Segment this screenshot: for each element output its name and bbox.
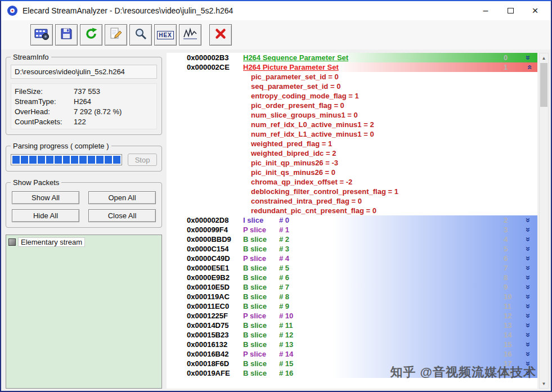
refresh-button[interactable] — [80, 24, 102, 46]
close-file-button[interactable] — [209, 24, 232, 46]
packet-index: 7 — [504, 263, 523, 273]
packet-index: 10 — [504, 292, 523, 301]
packet-row-slice[interactable]: 0x0000E5E1B slice# 57» — [167, 263, 537, 273]
stop-button[interactable]: Stop — [128, 154, 157, 166]
chevron-down-icon[interactable]: » — [523, 254, 534, 263]
packet-row-slice[interactable]: 0x00016132B slice# 1315» — [167, 340, 537, 349]
chevron-down-icon[interactable]: » — [523, 263, 534, 273]
edit-button[interactable] — [105, 24, 127, 46]
field-name: weighted_bipred_idc — [251, 149, 324, 157]
close-all-button[interactable]: Close All — [88, 209, 156, 222]
packet-type-label: H264 Picture Parameter Set — [243, 62, 339, 72]
slice-number: # 7 — [279, 282, 305, 292]
maximize-button[interactable] — [498, 2, 523, 19]
pps-field-row: pic_init_qs_minus26 = 0 — [251, 168, 537, 177]
close-button[interactable]: × — [523, 2, 547, 19]
hex-view-button[interactable]: HEX — [154, 24, 177, 46]
chevron-down-icon[interactable]: » — [523, 292, 534, 301]
packet-row-pps[interactable]: 0x000002CEH264 Picture Parameter Set1» — [167, 62, 537, 72]
chevron-down-icon[interactable]: » — [523, 340, 534, 349]
packet-row-slice[interactable]: 0x0000E9B2B slice# 68» — [167, 273, 537, 282]
chevron-down-icon[interactable]: » — [523, 53, 534, 62]
packet-row-slice[interactable]: 0x00011EC0B slice# 911» — [167, 301, 537, 311]
refresh-icon — [84, 27, 98, 43]
chevron-down-icon[interactable]: » — [523, 301, 534, 311]
open-all-button[interactable]: Open All — [88, 191, 156, 204]
progress-segment — [71, 156, 78, 164]
pps-field-row: seq_parameter_set_id = 0 — [251, 82, 537, 91]
chevron-up-icon[interactable]: » — [523, 62, 534, 72]
field-value: 0 — [336, 82, 340, 91]
slice-number: # 12 — [279, 330, 305, 340]
packet-row-slice[interactable]: 0x0000C154B slice# 35» — [167, 244, 537, 254]
scrollbar-thumb[interactable] — [540, 63, 547, 107]
field-name: weighted_pred_flag — [251, 139, 320, 148]
scroll-down-icon[interactable]: ▼ — [540, 379, 548, 388]
pps-field-row: deblocking_filter_control_present_flag =… — [251, 187, 537, 196]
packet-address: 0x00016B42 — [187, 349, 243, 359]
show-packets-group: Show Packets Show AllOpen AllHide AllClo… — [6, 178, 162, 228]
slice-number: # 16 — [279, 368, 305, 378]
progress-segment — [29, 156, 37, 164]
slice-type-label: B slice — [243, 301, 279, 311]
pps-field-row: chroma_qp_index_offset = -2 — [251, 177, 537, 187]
close-icon — [214, 28, 227, 42]
scrollbar-track[interactable] — [540, 107, 548, 379]
packet-row-slice[interactable]: 0x00015B23B slice# 1214» — [167, 330, 537, 340]
slice-type-label: P slice — [243, 254, 279, 263]
chevron-down-icon[interactable]: » — [523, 244, 534, 254]
slice-type-label: B slice — [243, 340, 279, 349]
chevron-down-icon[interactable]: » — [523, 282, 534, 292]
search-button[interactable] — [129, 24, 152, 46]
packet-row-slice[interactable]: 0x00014D75B slice# 1113» — [167, 321, 537, 330]
chart-button[interactable] — [179, 24, 201, 46]
info-label: CountPackets: — [15, 118, 74, 126]
hide-all-button[interactable]: Hide All — [12, 209, 79, 222]
packet-row-slice[interactable]: 0x00016B42P slice# 1416» — [167, 349, 537, 359]
packet-row-slice[interactable]: 0x0000BBD9B slice# 24» — [167, 235, 537, 244]
chevron-down-icon[interactable]: » — [523, 349, 534, 359]
chevron-down-icon[interactable]: » — [523, 215, 534, 225]
save-button[interactable] — [55, 24, 78, 46]
slice-number: # 14 — [279, 349, 305, 359]
packet-row-slice[interactable]: 0x000119ACB slice# 810» — [167, 292, 537, 301]
vertical-scrollbar[interactable]: ▲ ▼ — [539, 53, 549, 389]
slice-type-label: B slice — [243, 330, 279, 340]
packet-row-sps[interactable]: 0x000002B3H264 Sequence Parameter Set0» — [167, 53, 537, 62]
packet-address: 0x000002CE — [187, 62, 243, 72]
packet-row-slice[interactable]: 0x000099F4P slice# 13» — [167, 225, 537, 235]
packet-index: 13 — [504, 321, 523, 330]
chevron-down-icon[interactable]: » — [523, 368, 534, 378]
packet-row-slice[interactable]: 0x00018F6DB slice# 1517» — [167, 359, 537, 368]
chevron-down-icon[interactable]: » — [523, 311, 534, 321]
scroll-up-icon[interactable]: ▲ — [540, 53, 548, 62]
packet-index: 8 — [504, 273, 523, 282]
chevron-down-icon[interactable]: » — [523, 235, 534, 244]
field-value: 1 — [328, 139, 332, 148]
minimize-button[interactable]: – — [473, 2, 498, 19]
packet-row-slice[interactable]: 0x00010E5DB slice# 79» — [167, 282, 537, 292]
packet-address: 0x00019AFE — [187, 368, 243, 378]
chevron-down-icon[interactable]: » — [523, 225, 534, 235]
stream-tree-item-elementary[interactable]: Elementary stream — [8, 237, 85, 247]
packet-row-slice[interactable]: 0x0000C49DP slice# 46» — [167, 254, 537, 263]
packet-index: 5 — [504, 244, 523, 254]
packet-address: 0x0001225F — [187, 311, 243, 321]
packet-index: 6 — [504, 254, 523, 263]
slice-type-label: B slice — [243, 282, 279, 292]
packet-index: 11 — [504, 301, 523, 311]
slice-number: # 8 — [279, 292, 305, 301]
chevron-down-icon[interactable]: » — [523, 359, 534, 368]
chevron-down-icon[interactable]: » — [523, 273, 534, 282]
packet-row-slice[interactable]: 0x00019AFEB slice# 1618» — [167, 368, 537, 378]
chevron-down-icon[interactable]: » — [523, 321, 534, 330]
packet-row-slice[interactable]: 0x000002D8I slice# 02» — [167, 215, 537, 225]
stream-info-legend: StreamInfo — [11, 53, 51, 61]
chevron-down-icon[interactable]: » — [523, 330, 534, 340]
show-all-button[interactable]: Show All — [12, 191, 79, 204]
packet-row-slice[interactable]: 0x0001225FP slice# 1012» — [167, 311, 537, 321]
slice-type-label: B slice — [243, 321, 279, 330]
open-file-button[interactable] — [30, 24, 53, 46]
field-value: 0 — [358, 197, 362, 205]
field-name: pic_parameter_set_id — [251, 73, 326, 81]
